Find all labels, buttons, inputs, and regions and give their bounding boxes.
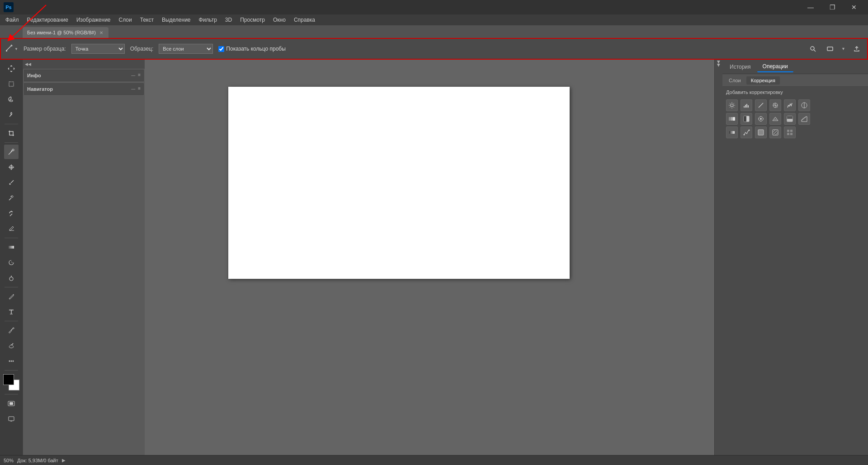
tool-separator-4 xyxy=(5,287,18,287)
sample-size-select[interactable]: Точка 3x3 среднее 5x5 среднее 11x11 сред… xyxy=(71,44,125,54)
menu-layers[interactable]: Слои xyxy=(115,16,136,24)
menu-bar: Файл Редактирование Изображение Слои Тек… xyxy=(0,14,868,25)
svg-rect-34 xyxy=(787,119,793,122)
menu-edit[interactable]: Редактирование xyxy=(24,16,72,24)
menu-text[interactable]: Текст xyxy=(137,16,157,24)
maximize-button[interactable]: ❐ xyxy=(822,0,843,14)
corr-gradientmap[interactable] xyxy=(726,127,738,138)
tab-operations[interactable]: Операции xyxy=(757,61,793,72)
options-bar: ▼ Размер образца: Точка 3x3 среднее 5x5 … xyxy=(0,38,868,60)
corr-gradientfill[interactable] xyxy=(769,127,781,138)
close-button[interactable]: ✕ xyxy=(844,0,864,14)
tool-history-brush[interactable] xyxy=(4,206,19,221)
subtab-layers[interactable]: Слои xyxy=(724,76,745,85)
export-button[interactable] xyxy=(851,43,863,55)
tool-eyedropper[interactable] xyxy=(4,145,19,159)
corr-photofilter[interactable] xyxy=(755,113,767,125)
tool-dodge[interactable] xyxy=(4,271,19,285)
tool-brush[interactable] xyxy=(4,175,19,190)
tool-heal[interactable] xyxy=(4,160,19,174)
corr-solidcolor[interactable] xyxy=(755,127,767,138)
tool-paint-bucket[interactable] xyxy=(4,338,19,353)
corr-posterize[interactable] xyxy=(798,113,810,125)
navigator-panel-title: Навигатор xyxy=(27,86,53,92)
title-bar-controls: — ❐ ✕ xyxy=(800,0,864,14)
show-ring-label[interactable]: Показать кольцо пробы xyxy=(218,46,285,52)
show-ring-checkbox[interactable] xyxy=(218,46,224,52)
tool-separator-6 xyxy=(5,370,18,371)
tool-magic-wand[interactable] xyxy=(4,108,19,122)
tool-move[interactable] xyxy=(4,61,19,76)
tool-clone[interactable] xyxy=(4,191,19,205)
info-panel-collapse[interactable]: — xyxy=(130,72,136,79)
menu-image[interactable]: Изображение xyxy=(73,16,114,24)
svg-rect-19 xyxy=(746,104,747,108)
tool-3d[interactable] xyxy=(4,354,19,368)
menu-view[interactable]: Просмотр xyxy=(236,16,269,24)
tool-dropdown-arrow[interactable]: ▼ xyxy=(14,47,18,51)
corr-colorlookup[interactable] xyxy=(769,113,781,125)
corr-patternfill[interactable] xyxy=(784,127,796,138)
svg-point-8 xyxy=(9,277,13,281)
tool-pen[interactable] xyxy=(4,289,19,304)
right-collapse-strip: ▶▶ xyxy=(714,60,722,455)
doc-tab-close[interactable]: ✕ xyxy=(99,30,104,35)
subtab-correction[interactable]: Коррекция xyxy=(746,76,780,85)
corr-levels[interactable] xyxy=(741,99,752,111)
corr-vibrance[interactable] xyxy=(784,99,796,111)
svg-rect-29 xyxy=(746,116,749,122)
panel-collapse-left[interactable]: ◀◀ xyxy=(25,62,31,66)
corr-selectivecolor[interactable] xyxy=(741,127,752,138)
foreground-color-swatch[interactable] xyxy=(3,374,14,385)
status-arrow[interactable]: ▶ xyxy=(62,458,66,463)
color-swatches[interactable] xyxy=(3,374,19,390)
tool-crop[interactable] xyxy=(4,126,19,141)
tool-gradient[interactable] xyxy=(4,240,19,254)
menu-3d[interactable]: 3D xyxy=(222,16,236,24)
corr-exposure[interactable] xyxy=(769,99,781,111)
show-ring-text: Показать кольцо пробы xyxy=(226,46,285,52)
panels-top-row: ◀◀ xyxy=(23,60,145,69)
preview-button[interactable] xyxy=(824,43,836,55)
minimize-button[interactable]: — xyxy=(800,0,821,14)
svg-point-5 xyxy=(9,183,11,185)
tool-lasso[interactable] xyxy=(4,92,19,107)
corr-colorbalance[interactable] xyxy=(726,113,738,125)
canvas-area[interactable] xyxy=(145,60,714,455)
status-bar: 50% Док: 5,93М/0 байт ▶ xyxy=(0,455,868,465)
right-panels: История Операции Слои Коррекция Добавить… xyxy=(722,60,868,455)
corr-curves[interactable] xyxy=(755,99,767,111)
svg-point-36 xyxy=(744,134,745,136)
sample-label: Образец: xyxy=(130,46,154,52)
tool-separator-7 xyxy=(5,394,18,395)
tool-eraser[interactable] xyxy=(4,221,19,236)
tool-text[interactable] xyxy=(4,305,19,319)
collapse-right-button[interactable]: ▶▶ xyxy=(717,61,721,67)
info-panel-header: Инфо — ≡ xyxy=(24,70,143,81)
tool-separator-3 xyxy=(5,238,18,238)
info-panel: Инфо — ≡ xyxy=(24,70,144,81)
preview-arrow[interactable]: ▼ xyxy=(841,47,845,51)
tool-blur[interactable] xyxy=(4,255,19,270)
corr-bw[interactable] xyxy=(741,113,752,125)
tab-history[interactable]: История xyxy=(724,62,756,72)
sample-select[interactable]: Текущий слой Текущий и ниже Все слои xyxy=(159,44,213,54)
corr-brightness[interactable] xyxy=(726,99,738,111)
tool-mask[interactable] xyxy=(4,396,19,411)
svg-point-10 xyxy=(9,361,10,362)
menu-file[interactable]: Файл xyxy=(2,16,23,24)
menu-window[interactable]: Окно xyxy=(269,16,289,24)
menu-help[interactable]: Справка xyxy=(290,16,319,24)
tool-select-rect[interactable] xyxy=(4,77,19,91)
document-tab[interactable]: Без имени-1 @ 50% (RGB/8#) ✕ xyxy=(23,27,108,38)
menu-filter[interactable]: Фильтр xyxy=(195,16,221,24)
info-panel-menu[interactable]: ≡ xyxy=(138,72,141,79)
menu-select[interactable]: Выделение xyxy=(158,16,194,24)
search-button[interactable] xyxy=(807,43,819,55)
corr-invert[interactable] xyxy=(784,113,796,125)
tool-screen-mode[interactable] xyxy=(4,412,19,426)
navigator-panel-menu[interactable]: ≡ xyxy=(138,86,141,92)
corr-huesat[interactable] xyxy=(798,99,810,111)
tool-eyedropper-box[interactable] xyxy=(4,323,19,338)
navigator-panel-collapse[interactable]: — xyxy=(130,86,136,92)
